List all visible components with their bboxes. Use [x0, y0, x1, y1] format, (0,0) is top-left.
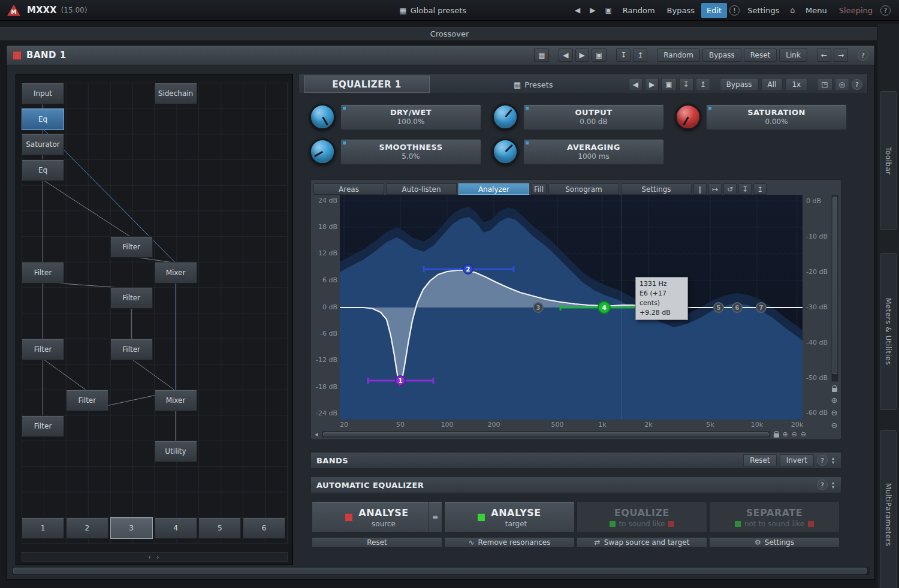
band-scrollbar[interactable]	[11, 566, 871, 575]
module-node-5[interactable]: 5	[198, 517, 241, 539]
help-icon[interactable]: ?	[880, 5, 891, 16]
edit-button[interactable]: Edit	[701, 3, 727, 18]
undo-icon[interactable]: ↺	[723, 183, 737, 195]
home-icon[interactable]: ⌂	[786, 3, 799, 17]
module-node-filter[interactable]: Filter	[22, 339, 64, 360]
zoom-reset-icon[interactable]: ⊖	[801, 430, 806, 438]
lock-icon[interactable]	[774, 433, 779, 438]
next-preset-icon[interactable]: ▶	[575, 49, 589, 62]
spin-down-icon[interactable]: ▾	[832, 461, 834, 465]
random-button[interactable]: Random	[617, 3, 660, 18]
band-random-button[interactable]: Random	[657, 49, 700, 62]
module-node-filter[interactable]: Filter	[110, 287, 153, 309]
undo-arrow-icon[interactable]: ←	[817, 49, 831, 62]
pause-icon[interactable]: ∥	[693, 183, 707, 195]
prev-preset-icon[interactable]: ◀	[559, 49, 572, 62]
eq-band-handle-2[interactable]	[463, 264, 473, 274]
knob-saturation[interactable]	[675, 104, 701, 130]
module-node-3[interactable]: 3	[110, 517, 153, 539]
module-scrollbar[interactable]: ‹ ›	[22, 552, 288, 562]
eq-band-handle-7[interactable]	[756, 303, 766, 312]
export-icon[interactable]: ↥	[696, 78, 710, 91]
eq-band-handle-5[interactable]	[714, 303, 723, 312]
auto-eq-analyse-source-button[interactable]: ANALYSEsource≡	[312, 502, 442, 533]
module-node-filter[interactable]: Filter	[110, 236, 153, 258]
module-node-mixer[interactable]: Mixer	[155, 390, 197, 411]
band-link-button[interactable]: Link	[779, 49, 807, 62]
module-node-eq[interactable]: Eq	[22, 159, 64, 181]
auto-eq-help-icon[interactable]: ?	[817, 480, 828, 490]
module-node-input[interactable]: Input	[22, 83, 64, 104]
next-preset-icon[interactable]: ▶	[645, 78, 659, 91]
knob-smoothness[interactable]	[309, 138, 336, 165]
knob-averaging[interactable]	[492, 138, 518, 165]
knob-output[interactable]	[492, 104, 518, 130]
module-node-saturator[interactable]: Saturator	[22, 134, 64, 155]
auto-eq-reset-button[interactable]: Reset	[312, 537, 442, 548]
bands-reset-button[interactable]: Reset	[743, 454, 777, 466]
param-panel-averaging[interactable]: AVERAGING1000 ms	[523, 139, 664, 165]
export-icon[interactable]: ↥	[633, 49, 647, 62]
preset-prev-button[interactable]: ◀	[571, 3, 584, 17]
eq-band-handle-4[interactable]	[598, 301, 610, 313]
zoom-in-icon[interactable]: ⊕	[783, 430, 788, 438]
module-node-utility[interactable]: Utility	[155, 441, 197, 462]
collapse-spinner-icon[interactable]: ▴ ▾	[831, 457, 835, 465]
graph-tab-areas[interactable]: Areas	[313, 183, 384, 195]
band-bypass-button[interactable]: Bypass	[702, 49, 741, 62]
equalizer-title-tab[interactable]: EQUALIZER 1	[304, 76, 430, 93]
graph-tab-settings[interactable]: Settings	[621, 183, 692, 195]
oversampling-button[interactable]: 1x	[785, 78, 807, 91]
menu-icon[interactable]: ≡	[428, 502, 442, 532]
auto-eq-remove-resonances-button[interactable]: ∿Remove resonances	[444, 537, 575, 548]
zoom-reset-icon[interactable]: ⊖	[831, 421, 838, 430]
collapse-spinner-icon[interactable]: ▴ ▾	[831, 481, 835, 489]
graph-tab-analyzer[interactable]: Analyzer	[458, 183, 529, 195]
global-presets-button[interactable]: ▦ Global presets	[394, 3, 472, 18]
menu-button[interactable]: Menu	[800, 3, 832, 18]
import-icon[interactable]: ↧	[738, 183, 752, 195]
scroll-left-icon[interactable]: ◂	[315, 430, 318, 438]
param-panel-smoothness[interactable]: SMOOTHNESS5.0%	[340, 139, 481, 165]
module-node-filter[interactable]: Filter	[22, 262, 64, 284]
melda-logo-icon[interactable]: M	[7, 5, 20, 16]
module-node-mixer[interactable]: Mixer	[155, 262, 197, 284]
eq-all-button[interactable]: All	[761, 78, 783, 91]
module-node-filter[interactable]: Filter	[66, 390, 108, 411]
scrollbar-thumb[interactable]	[323, 432, 769, 436]
sleeping-button[interactable]: Sleeping	[834, 3, 878, 18]
step-icon[interactable]: ↦	[708, 183, 722, 195]
resize-icon[interactable]: ◳	[817, 78, 832, 91]
graph-tab-auto-listen[interactable]: Auto-listen	[386, 183, 457, 195]
auto-eq-analyse-target-button[interactable]: ANALYSEtarget	[444, 502, 575, 533]
scrollbar-thumb[interactable]	[13, 568, 867, 574]
equalizer-presets-button[interactable]: ▦ Presets	[514, 74, 553, 95]
eq-band-handle-3[interactable]	[533, 303, 543, 312]
module-node-eq[interactable]: Eq	[22, 108, 64, 130]
module-node-filter[interactable]: Filter	[110, 339, 153, 360]
band-color-swatch[interactable]	[13, 51, 22, 60]
module-node-sidechain[interactable]: Sidechain	[155, 83, 197, 104]
crossover-bar[interactable]: Crossover	[0, 27, 899, 41]
graph-tab-fill[interactable]: Fill	[531, 183, 547, 195]
bypass-button[interactable]: Bypass	[662, 3, 700, 18]
zoom-in-icon[interactable]: ⊕	[831, 396, 838, 405]
export-icon[interactable]: ↥	[753, 183, 767, 195]
graph-tab-sonogram[interactable]: Sonogram	[548, 183, 619, 195]
import-icon[interactable]: ↧	[679, 78, 693, 91]
knob-dry-wet[interactable]	[309, 104, 336, 130]
save-icon[interactable]: ▣	[592, 49, 607, 62]
prev-preset-icon[interactable]: ◀	[629, 78, 642, 91]
lock-icon[interactable]	[832, 388, 837, 392]
auto-eq-separate-not-button[interactable]: SEPARATEnot to sound like	[709, 502, 840, 533]
auto-eq-equalize-to-button[interactable]: EQUALIZEto sound like	[577, 502, 707, 533]
module-node-6[interactable]: 6	[243, 517, 285, 539]
preset-next-button[interactable]: ▶	[586, 3, 599, 17]
bands-help-icon[interactable]: ?	[817, 455, 828, 466]
plot-vertical-scrollbar[interactable]	[831, 195, 838, 382]
target-icon[interactable]: ◎	[835, 78, 849, 91]
param-panel-output[interactable]: OUTPUT0.00 dB	[523, 104, 664, 130]
param-panel-dry-wet[interactable]: DRY/WET100.0%	[340, 104, 481, 130]
module-node-1[interactable]: 1	[22, 517, 64, 539]
band-help-icon[interactable]: ?	[858, 50, 868, 61]
